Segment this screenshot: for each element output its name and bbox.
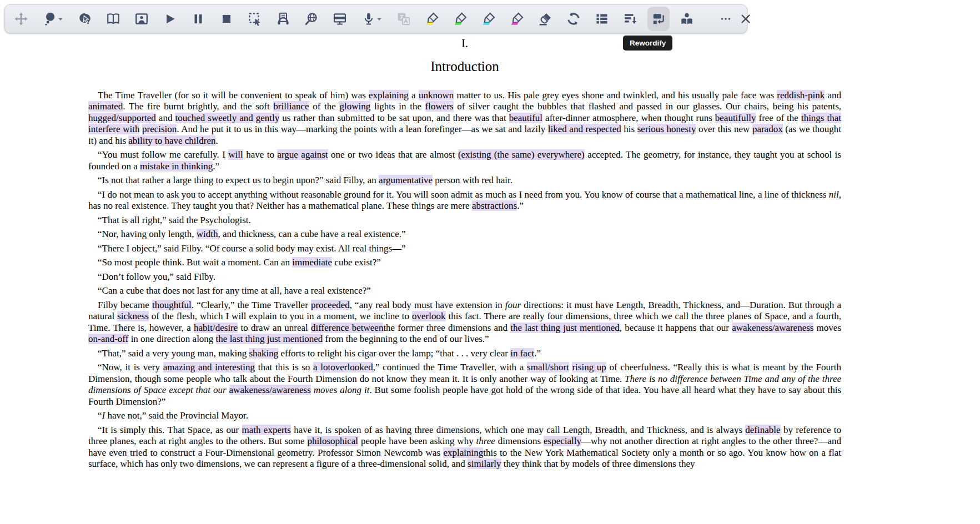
simplify-page-icon [623,12,637,26]
rewordified-term[interactable]: awakeness/awareness [732,323,813,333]
rewordified-term[interactable]: philosophical [307,436,358,446]
rewordified-term[interactable]: ability to have children [128,135,215,146]
rewordified-term[interactable]: brilliance [273,101,309,112]
rewordified-term[interactable]: on-and-off [88,334,128,344]
click-to-speak-button[interactable] [74,7,96,31]
rewordified-term[interactable]: difference between [311,323,383,333]
pause-icon [191,12,205,26]
rewordified-term[interactable]: sickness [117,311,149,321]
move-toolbar-button[interactable] [10,7,32,31]
rewordified-term[interactable]: (existing (the same) everywhere) [458,149,585,160]
screenshot-reader-button[interactable] [244,7,266,31]
rewordified-term[interactable]: paradox [752,124,783,134]
rewordified-term[interactable]: beautifully [715,113,756,123]
dictation-button[interactable] [357,7,386,31]
italic-text: three [476,436,495,446]
rewordified-term[interactable]: explaining [369,90,409,100]
rewordified-term[interactable]: shaking [249,348,278,359]
paragraph: The Time Traveller (for so it will be co… [88,90,841,147]
vocabulary-list-icon [595,12,609,26]
rewordified-term[interactable]: width [197,229,218,239]
rewordified-term[interactable]: abstractions [472,200,517,211]
rewordified-term[interactable]: touched sweetly and gently [175,113,279,123]
rewordified-term[interactable]: the last thing just mentioned [510,323,619,333]
play-icon [163,12,177,26]
audio-maker-button[interactable] [272,7,294,31]
rewordified-term[interactable]: precision [142,124,177,134]
rewordified-term[interactable]: mistake in thinking [140,161,213,172]
toolbar [4,4,747,33]
rewordified-term[interactable]: proceeded [311,300,350,310]
paragraph: “There I object,” said Filby. “Of course… [88,243,841,255]
rewordified-term[interactable]: explaining [443,447,483,458]
collect-highlights-button[interactable] [562,7,585,31]
audio-maker-icon [276,12,290,26]
stop-button[interactable] [215,7,238,31]
rewordified-term[interactable]: beautiful [509,113,542,123]
screen-mask-button[interactable] [329,7,351,31]
rewordified-term[interactable]: serious honesty [637,124,696,134]
highlighter-yellow-button[interactable] [421,7,443,31]
paragraph: “I do not mean to ask you to accept anyt… [88,189,841,212]
rewordified-term[interactable]: overlook [412,311,445,321]
rewordified-term[interactable]: similarly [468,458,501,469]
rewordified-term[interactable]: will [228,149,243,160]
paragraph: “Can a cube that does not last for any t… [88,285,841,297]
click-to-speak-icon [78,12,92,26]
tooltip-rewordify: Rewordify [623,36,672,51]
paragraph: “So most people think. But wait a moment… [88,257,841,269]
italic-text: I [102,410,105,421]
rewordified-term[interactable]: a lotoverlooked [313,362,373,372]
vocabulary-list-button[interactable] [591,7,613,31]
practice-reading-aloud-button[interactable] [676,7,698,31]
close-icon [739,12,752,26]
rewordified-term[interactable]: argue against [277,149,328,160]
rewordified-term[interactable]: habit/desire [194,323,238,333]
rewordified-term[interactable]: thoughtful [152,300,192,310]
translator-icon [396,12,411,26]
highlighter-icon [425,12,439,26]
chapter-number: I. [88,37,841,50]
hover-speech-button[interactable] [38,7,68,31]
dropdown-caret-icon [376,17,382,22]
rewordified-term[interactable]: liked and respected [548,124,621,134]
paragraph: Filby became thoughtful. “Clearly,” the … [88,300,841,345]
simplify-page-button[interactable] [619,7,641,31]
rewordified-term[interactable]: math experts [242,425,291,435]
rewordified-term[interactable]: definable [745,425,780,435]
italic-text: nil [829,189,839,200]
web-search-button[interactable] [300,7,323,31]
rewordify-button[interactable] [647,7,670,31]
pause-button[interactable] [187,7,209,31]
rewordified-term[interactable]: glowing [339,101,370,112]
rewordified-term[interactable]: hugged/supported [88,113,156,123]
more-icon [719,12,732,26]
rewordified-term[interactable]: animated [88,101,123,112]
rewordified-term[interactable]: argumentative [379,175,433,185]
dictionary-button[interactable] [102,7,124,31]
rewordified-term[interactable]: especially [544,436,581,446]
close-toolbar-button[interactable] [736,7,755,31]
more-options-button[interactable] [716,7,735,31]
rewordified-term[interactable]: the last thing just mentioned [216,334,323,344]
rewordified-term[interactable]: flowers [425,101,454,112]
rewordified-term[interactable]: small/short [527,362,569,372]
rewordified-term[interactable]: rising up [572,362,606,372]
clear-highlights-button[interactable] [534,7,556,31]
microphone-icon [361,12,376,26]
highlighter-green-button[interactable] [449,7,471,31]
rewordified-term[interactable]: in fact [510,348,534,359]
paragraph: “That is all right,” said the Psychologi… [88,215,841,226]
play-button[interactable] [159,7,181,31]
rewordified-term[interactable]: unknown [419,90,454,100]
picture-dictionary-button[interactable] [130,7,153,31]
highlighter-cyan-button[interactable] [478,7,500,31]
highlighter-magenta-button[interactable] [506,7,528,31]
rewordified-term[interactable]: reddish-pink [777,90,825,100]
translator-button [393,7,415,31]
rewordified-term[interactable]: immediate [292,257,332,268]
highlighter-icon [510,12,524,26]
rewordified-term[interactable]: awakeness/awareness [229,385,311,395]
italic-text: four [505,300,521,310]
rewordified-term[interactable]: amazing and interesting [163,362,255,372]
